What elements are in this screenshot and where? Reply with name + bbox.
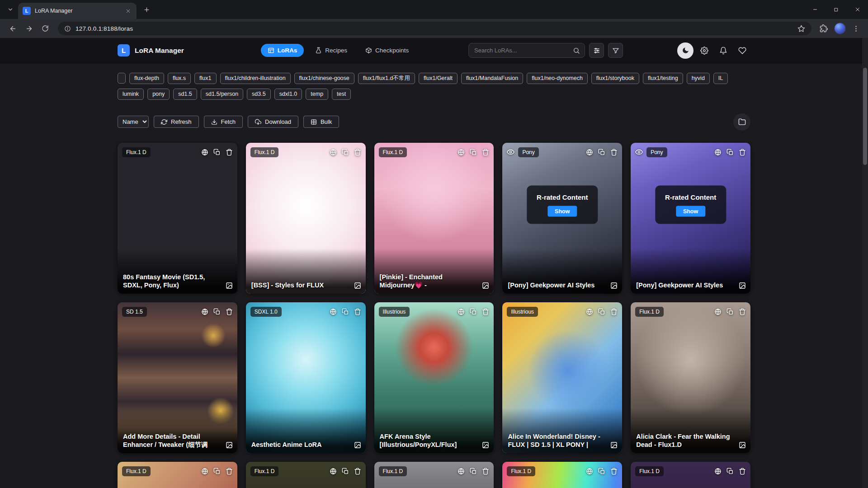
copy-icon[interactable] (598, 149, 605, 156)
globe-icon[interactable] (458, 468, 465, 475)
globe-icon[interactable] (586, 308, 593, 315)
trash-icon[interactable] (610, 149, 618, 156)
tag-chip[interactable]: flux1/flux1.d不常用 (358, 73, 415, 84)
tag-chip[interactable]: flux-depth (129, 73, 164, 84)
image-icon[interactable] (226, 441, 233, 449)
show-nsfw-button[interactable]: Show (676, 206, 705, 216)
tag-chip[interactable]: temp (306, 89, 328, 100)
trash-icon[interactable] (482, 308, 489, 315)
copy-icon[interactable] (726, 308, 734, 315)
omnibox[interactable]: 127.0.0.1:8188/loras (58, 22, 811, 35)
lora-card[interactable]: Flux.1 DAlicia Clark - Fear the Walking … (631, 302, 750, 453)
lora-card[interactable]: Flux.1 D[BSS] - Styles for FLUX (246, 143, 366, 294)
eye-icon[interactable] (507, 148, 514, 156)
image-icon[interactable] (739, 282, 746, 289)
tag-chip[interactable]: flux1/testing (643, 73, 683, 84)
globe-icon[interactable] (330, 308, 337, 315)
tag-chip[interactable]: flux1 (194, 73, 216, 84)
trash-icon[interactable] (226, 468, 233, 475)
minimize-button[interactable] (804, 0, 826, 19)
download-button[interactable]: Download (248, 116, 298, 128)
globe-icon[interactable] (201, 468, 208, 475)
copy-icon[interactable] (470, 149, 477, 156)
tab-close-icon[interactable] (124, 7, 132, 15)
lora-card[interactable]: Flux.1 D (631, 462, 750, 488)
site-info-icon[interactable] (64, 25, 71, 32)
tag-chip[interactable]: lumink (118, 89, 144, 100)
show-nsfw-button[interactable]: Show (547, 206, 577, 216)
close-window-button[interactable] (847, 0, 868, 19)
copy-icon[interactable] (726, 149, 734, 156)
globe-icon[interactable] (586, 149, 593, 156)
copy-icon[interactable] (342, 149, 349, 156)
reload-button[interactable] (38, 21, 52, 36)
nav-item-recipes[interactable]: Recipes (308, 44, 354, 57)
tag-chip[interactable] (118, 73, 126, 84)
copy-icon[interactable] (598, 468, 605, 475)
globe-icon[interactable] (330, 149, 337, 156)
lora-card[interactable]: Flux.1 D (118, 462, 237, 488)
lora-card[interactable]: R-rated ContentShowPony[Pony] Geekpower … (631, 143, 750, 294)
bulk-button[interactable]: Bulk (303, 116, 339, 128)
tag-chip[interactable]: flux1/chinese-goose (294, 73, 354, 84)
profile-avatar[interactable] (834, 23, 846, 34)
image-icon[interactable] (739, 441, 746, 449)
theme-toggle-button[interactable] (677, 42, 693, 59)
trash-icon[interactable] (354, 149, 361, 156)
copy-icon[interactable] (342, 308, 349, 315)
lora-card[interactable]: SDXL 1.0Aesthetic Anime LoRA (246, 302, 366, 453)
tag-chip[interactable]: flux1/neo-dynomech (527, 73, 588, 84)
image-icon[interactable] (610, 282, 618, 289)
search-box[interactable] (468, 43, 585, 58)
folder-view-button[interactable] (733, 113, 750, 131)
lora-card[interactable]: Flux.1 D (246, 462, 366, 488)
tag-chip[interactable]: flux1/Geralt (419, 73, 458, 84)
trash-icon[interactable] (226, 149, 233, 156)
globe-icon[interactable] (201, 308, 208, 315)
tag-chip[interactable]: sd1.5/person (201, 89, 243, 100)
settings-button[interactable] (696, 42, 712, 59)
eye-icon[interactable] (635, 148, 643, 156)
tag-chip[interactable]: flux.s (168, 73, 191, 84)
tag-chip[interactable]: flux1/children-illustration (220, 73, 291, 84)
tag-chip[interactable]: sd3.5 (247, 89, 271, 100)
nav-item-checkpoints[interactable]: Checkpoints (359, 44, 415, 57)
tag-chip[interactable]: hyvid (687, 73, 710, 84)
globe-icon[interactable] (458, 308, 465, 315)
page-scrollbar[interactable] (862, 38, 868, 488)
copy-icon[interactable] (342, 468, 349, 475)
trash-icon[interactable] (482, 468, 489, 475)
lora-card[interactable]: Flux.1 D (502, 462, 622, 488)
copy-icon[interactable] (598, 308, 605, 315)
trash-icon[interactable] (739, 468, 746, 475)
trash-icon[interactable] (226, 308, 233, 315)
globe-icon[interactable] (714, 308, 722, 315)
maximize-button[interactable] (826, 0, 847, 19)
image-icon[interactable] (354, 282, 361, 289)
globe-icon[interactable] (330, 468, 337, 475)
tag-chip[interactable]: sd1.5 (173, 89, 197, 100)
globe-icon[interactable] (458, 149, 465, 156)
trash-icon[interactable] (354, 468, 361, 475)
lora-card[interactable]: Flux.1 D (374, 462, 494, 488)
copy-icon[interactable] (213, 149, 221, 156)
image-icon[interactable] (482, 282, 489, 289)
fetch-button[interactable]: Fetch (204, 116, 243, 128)
image-icon[interactable] (610, 441, 618, 449)
tag-chip[interactable]: IL (713, 73, 728, 84)
browser-menu-icon[interactable] (852, 25, 860, 33)
tag-chip[interactable]: test (332, 89, 351, 100)
filter-button[interactable] (608, 43, 623, 58)
lora-card[interactable]: SD 1.5Add More Details - Detail Enhancer… (118, 302, 237, 453)
globe-icon[interactable] (714, 149, 722, 156)
favorites-button[interactable] (734, 42, 750, 59)
trash-icon[interactable] (610, 468, 618, 475)
browser-tab[interactable]: L LoRA Manager (18, 3, 137, 19)
copy-icon[interactable] (213, 308, 221, 315)
sort-select[interactable]: Name (118, 116, 149, 128)
image-icon[interactable] (226, 282, 233, 289)
sort-options-button[interactable] (589, 43, 604, 58)
url-text[interactable]: 127.0.0.1:8188/loras (75, 25, 793, 32)
copy-icon[interactable] (470, 308, 477, 315)
tab-search-button[interactable] (4, 3, 17, 16)
